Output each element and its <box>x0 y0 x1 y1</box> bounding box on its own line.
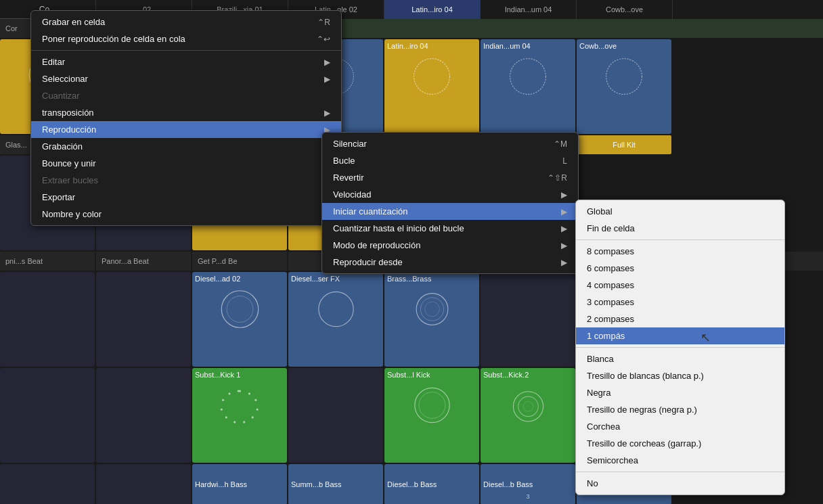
svg-point-5 <box>414 59 450 95</box>
clip-dark-bass-2[interactable] <box>96 464 191 504</box>
clip-dark-row4-2[interactable] <box>96 368 191 463</box>
svg-point-26 <box>248 392 250 394</box>
menu-1-compas[interactable]: 1 compás <box>576 327 784 344</box>
clip-empty-green[interactable] <box>288 368 383 463</box>
waveform-brass <box>392 285 472 333</box>
svg-point-22 <box>416 294 448 325</box>
svg-point-35 <box>228 392 230 394</box>
svg-point-21 <box>318 292 353 326</box>
svg-point-20 <box>227 296 253 323</box>
clip-empty-row3[interactable] <box>481 272 575 367</box>
clip-subst-kick2[interactable]: Subst...Kick.2 3 <box>481 368 575 463</box>
menu-3-compases[interactable]: 3 compases <box>576 294 784 311</box>
menu-blanca[interactable]: Blanca <box>576 350 784 367</box>
clip-indian[interactable]: Indian...um 04 <box>481 39 575 134</box>
menu-modo-reproduccion[interactable]: Modo de reproducción ▶ <box>322 237 578 254</box>
menu-corchea[interactable]: Corchea <box>576 418 784 435</box>
menu-seleccionar[interactable]: Seleccionar ▶ <box>31 70 341 87</box>
svg-point-41 <box>523 401 533 411</box>
clip-dark-row3-1[interactable] <box>0 272 95 367</box>
waveform-diesel-1 <box>200 285 280 333</box>
sidebar-getp: Get P...d Be <box>192 252 287 271</box>
menu-exportar[interactable]: Exportar ▶ <box>31 189 341 206</box>
menu-global[interactable]: Global <box>576 203 784 220</box>
menu-grabacion[interactable]: Grabación ▶ <box>31 138 341 155</box>
clip-diesel-bass1[interactable]: Diesel...b Bass <box>384 464 479 504</box>
waveform-kick2 <box>488 382 569 429</box>
menu-velocidad[interactable]: Velocidad ▶ <box>322 186 578 203</box>
waveform-svg-6 <box>485 53 571 100</box>
col-header-4: Latin...iro 04 <box>384 0 481 19</box>
svg-point-30 <box>243 421 245 423</box>
svg-point-24 <box>424 302 439 317</box>
svg-point-40 <box>518 396 537 416</box>
menu-reproducir-desde[interactable]: Reproducir desde ▶ <box>322 254 578 271</box>
col-header-6: Cowb...ove <box>577 0 673 19</box>
menu-cuantizar-bucle[interactable]: Cuantizar hasta el inicio del bucle ▶ <box>322 220 578 237</box>
svg-point-32 <box>225 416 227 418</box>
menu-nombre[interactable]: Nombre y color ▶ <box>31 206 341 223</box>
clip-dark-row4-1[interactable] <box>0 368 95 463</box>
svg-point-33 <box>220 409 222 411</box>
clip-cowb[interactable]: Cowb...ove <box>577 39 671 134</box>
context-menu-3: Global Fin de celda 8 compases 6 compase… <box>575 200 785 495</box>
menu-4-compases[interactable]: 4 compases <box>576 277 784 294</box>
menu-transposicion[interactable]: transposición ▶ <box>31 104 341 121</box>
clip-dark-bass-1[interactable] <box>0 464 95 504</box>
waveform-lkick <box>392 382 472 429</box>
clip-hardwi-bass[interactable]: Hardwi...h Bass <box>192 464 287 504</box>
clip-subst-l-kick[interactable]: Subst...l Kick <box>384 368 479 463</box>
clip-summ-bass[interactable]: Summ...b Bass <box>288 464 383 504</box>
menu-semicorchea[interactable]: Semicorchea <box>576 452 784 469</box>
svg-point-39 <box>513 392 543 421</box>
separator-m3-2 <box>576 347 784 348</box>
menu-8-compases[interactable]: 8 compases <box>576 243 784 260</box>
clip-diesel-ad[interactable]: Diesel...ad 02 <box>192 272 287 367</box>
menu-grabar[interactable]: Grabar en celda ⌃R <box>31 14 341 30</box>
menu-no[interactable]: No <box>576 475 784 492</box>
menu-reproduccion[interactable]: Reproducción ▶ <box>31 121 341 138</box>
menu-fin-celda[interactable]: Fin de celda <box>576 220 784 237</box>
svg-point-7 <box>606 59 642 95</box>
svg-point-6 <box>510 59 546 95</box>
svg-point-34 <box>222 399 224 401</box>
svg-point-31 <box>233 421 236 423</box>
waveform-svg-7 <box>581 53 667 100</box>
waveform-kick1 <box>200 382 280 429</box>
menu-negra[interactable]: Negra <box>576 384 784 401</box>
menu-bucle[interactable]: Bucle L <box>322 152 578 169</box>
menu-bounce[interactable]: Bounce y unir ▶ <box>31 155 341 172</box>
clip-latin-iro[interactable]: Latin...iro 04 <box>384 39 479 134</box>
menu-poner[interactable]: Poner reproducción de celda en cola ⌃↩ <box>31 30 341 47</box>
separator-m3-3 <box>576 472 784 472</box>
clip-diesel-ser[interactable]: Diesel...ser FX <box>288 272 383 367</box>
sidebar-panor: Panor...a Beat <box>96 252 191 271</box>
sidebar-pni: pni...s Beat <box>0 252 95 271</box>
svg-point-29 <box>251 416 253 418</box>
context-menu-2: Silenciar ⌃M Bucle L Revertir ⌃⇧R Veloci… <box>321 132 579 274</box>
menu-silenciar[interactable]: Silenciar ⌃M <box>322 135 578 152</box>
menu-tresillo-negras[interactable]: Tresillo de negras (negra p.) <box>576 401 784 418</box>
context-menu-1: Grabar en celda ⌃R Poner reproducción de… <box>30 10 342 226</box>
separator-m3-1 <box>576 239 784 240</box>
menu-6-compases[interactable]: 6 compases <box>576 260 784 277</box>
svg-point-28 <box>256 409 258 411</box>
menu-revertir[interactable]: Revertir ⌃⇧R <box>322 169 578 186</box>
svg-point-23 <box>420 298 443 321</box>
clip-brass[interactable]: Brass...Brass <box>384 272 479 367</box>
col-header-5: Indian...um 04 <box>481 0 577 19</box>
menu-editar[interactable]: Editar ▶ <box>31 53 341 70</box>
svg-point-37 <box>414 388 449 422</box>
menu-2-compases[interactable]: 2 compases <box>576 311 784 327</box>
menu-extraer: Extraer bucles <box>31 172 341 189</box>
menu-cuantizar: Cuantizar <box>31 87 341 104</box>
menu-iniciar-cuantizacion[interactable]: Iniciar cuantización ▶ <box>322 203 578 220</box>
svg-point-27 <box>254 399 257 401</box>
clip-dark-row3-2[interactable] <box>96 272 191 367</box>
menu-tresillo-corcheas[interactable]: Tresillo de corcheas (garrap.) <box>576 435 784 452</box>
separator-1 <box>31 50 341 51</box>
clip-subst-kick1[interactable]: Subst...Kick 1 <box>192 368 287 463</box>
svg-point-36 <box>237 390 239 392</box>
svg-point-38 <box>419 392 445 419</box>
menu-tresillo-blancas[interactable]: Tresillo de blancas (blanca p.) <box>576 367 784 384</box>
